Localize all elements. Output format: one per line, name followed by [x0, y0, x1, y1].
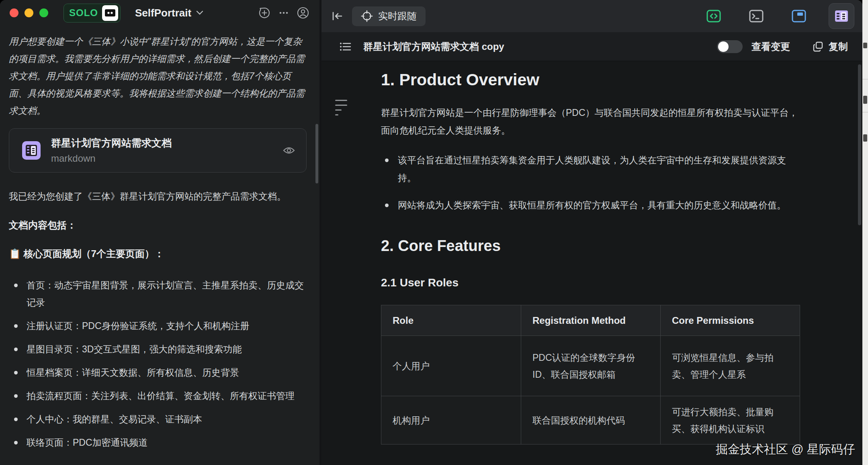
- account-button[interactable]: [296, 6, 310, 20]
- table-cell: PDC认证的全球数字身份ID、联合国授权邮箱: [521, 336, 661, 396]
- watermark-text: 掘金技术社区 @ 星际码仔: [716, 441, 855, 458]
- list-item: 联络页面：PDC加密通讯频道: [9, 434, 307, 451]
- project-name: SelfPortrait: [135, 7, 191, 19]
- list-item: 首页：动态宇宙星图背景，展示计划宣言、主推星系拍卖、历史成交记录: [9, 277, 307, 311]
- artifact-info: 群星计划官方网站需求文档 markdown: [51, 136, 272, 165]
- work-topbar: 实时跟随: [321, 0, 862, 32]
- view-changes-toggle[interactable]: [717, 40, 743, 53]
- document-outline-icon[interactable]: [339, 40, 352, 53]
- browser-preview-button[interactable]: [786, 3, 812, 29]
- solo-robot-icon: [102, 5, 118, 21]
- list-item: 网站将成为人类探索宇宙、获取恒星所有权的官方权威平台，具有重大的历史意义和战略价…: [381, 196, 800, 214]
- list-item: 注册认证页：PDC身份验证系统，支持个人和机构注册: [9, 317, 307, 335]
- chat-panel-header: SOLO SelfPortrait: [0, 0, 319, 26]
- sliver-divider: [862, 79, 868, 80]
- copy-label: 复制: [829, 40, 848, 53]
- sliver-text-fragment: [863, 134, 867, 142]
- core-pages-heading: 📋 核心页面规划（7个主要页面）：: [9, 245, 307, 262]
- project-switcher[interactable]: SelfPortrait: [135, 7, 203, 19]
- solo-mode-badge[interactable]: SOLO: [63, 4, 121, 23]
- list-item: 拍卖流程页面：关注列表、出价结算、资金划转、所有权证书管理: [9, 387, 307, 405]
- markdown-doc-icon: [22, 141, 41, 160]
- table-header-cell: Registration Method: [521, 305, 661, 336]
- doc-intro-paragraph: 群星计划官方网站是一个由行星防御理事会（PDC）与联合国共同发起的恒星所有权拍卖…: [381, 104, 800, 139]
- background-page-sliver: [862, 0, 868, 465]
- document-panel-button[interactable]: [829, 3, 854, 29]
- table-cell: 个人用户: [381, 336, 521, 396]
- user-roles-table: Role Registration Method Core Permission…: [381, 305, 800, 444]
- screenshot-stage: SOLO SelfPortrait: [0, 0, 868, 465]
- terminal-button[interactable]: [743, 3, 769, 29]
- terminal-icon: [749, 9, 764, 23]
- view-changes-label[interactable]: 查看变更: [751, 40, 790, 53]
- close-window-button[interactable]: [10, 8, 18, 17]
- document-header: 群星计划官方网站需求文档 copy 查看变更 复制: [321, 32, 862, 61]
- core-pages-list: 首页：动态宇宙星图背景，展示计划宣言、主推星系拍卖、历史成交记录 注册认证页：P…: [9, 277, 307, 451]
- window-controls: [10, 8, 48, 17]
- sliver-text-fragment: [863, 96, 867, 104]
- paragraph-outline-icon[interactable]: [335, 100, 348, 119]
- doc-heading-1: 1. Product Overview: [381, 70, 800, 89]
- collapse-panel-button[interactable]: [330, 9, 344, 23]
- chat-panel: SOLO SelfPortrait: [0, 0, 319, 465]
- code-view-button[interactable]: [701, 3, 727, 29]
- table-cell: 可进行大额拍卖、批量购买、获得机构认证标识: [661, 396, 800, 444]
- browser-preview-icon: [792, 9, 806, 23]
- realtime-follow-label: 实时跟随: [378, 10, 417, 23]
- target-crosshair-icon: [361, 10, 373, 22]
- document-scrollbar-thumb[interactable]: [858, 64, 861, 225]
- chevron-down-icon: [196, 10, 203, 15]
- list-item: 个人中心：我的群星、交易记录、证书副本: [9, 411, 307, 428]
- collapse-left-icon: [330, 10, 344, 23]
- new-chat-button[interactable]: [258, 6, 271, 20]
- list-item: 恒星档案页：详细天文数据、所有权信息、历史背景: [9, 364, 307, 381]
- preview-eye-icon[interactable]: [282, 144, 296, 157]
- ellipsis-icon: [278, 7, 290, 19]
- table-row: 机构用户 联合国授权的机构代码 可进行大额拍卖、批量购买、获得机构认证标识: [381, 396, 800, 444]
- table-cell: 机构用户: [381, 396, 521, 444]
- doc-bullet-list: 该平台旨在通过恒星拍卖筹集资金用于人类舰队建设，为人类在宇宙中的生存和发展提供资…: [381, 151, 800, 214]
- list-item: 该平台旨在通过恒星拍卖筹集资金用于人类舰队建设，为人类在宇宙中的生存和发展提供资…: [381, 151, 800, 187]
- sliver-divider: [862, 112, 868, 113]
- artifact-card[interactable]: 群星计划官方网站需求文档 markdown: [9, 128, 307, 173]
- sliver-text-fragment: [863, 43, 867, 48]
- minimize-window-button[interactable]: [25, 8, 33, 17]
- code-view-icon: [706, 9, 721, 23]
- realtime-follow-button[interactable]: 实时跟随: [352, 6, 426, 26]
- document-content: 1. Product Overview 群星计划官方网站是一个由行星防御理事会（…: [321, 61, 862, 465]
- doc-contents-intro: 文档内容包括：: [9, 216, 307, 234]
- table-header-row: Role Registration Method Core Permission…: [381, 305, 800, 336]
- zoom-window-button[interactable]: [39, 8, 48, 17]
- doc-heading-3: 2.1 User Roles: [381, 276, 800, 290]
- chat-messages: 用户想要创建一个《三体》小说中"群星计划"的官方网站，这是一个复杂的项目需求。我…: [0, 26, 319, 451]
- document-panel-icon: [834, 8, 849, 24]
- chat-scrollbar-thumb[interactable]: [315, 124, 318, 183]
- toggle-knob: [718, 41, 729, 52]
- table-row: 个人用户 PDC认证的全球数字身份ID、联合国授权邮箱 可浏览恒星信息、参与拍卖…: [381, 336, 800, 396]
- table-header-cell: Core Permissions: [661, 305, 800, 336]
- more-options-button[interactable]: [277, 6, 291, 20]
- document-title: 群星计划官方网站需求文档 copy: [363, 40, 504, 53]
- app-window: SOLO SelfPortrait: [0, 0, 862, 465]
- artifact-type: markdown: [51, 152, 272, 165]
- list-item: 星图目录页：3D交互式星图，强大的筛选和搜索功能: [9, 341, 307, 358]
- copy-button[interactable]: 复制: [813, 40, 848, 53]
- account-icon: [297, 6, 309, 19]
- solo-mode-label: SOLO: [69, 7, 98, 19]
- work-panel: 实时跟随 群星计划官方网站需求文档 copy: [321, 0, 862, 465]
- assistant-thinking-text: 用户想要创建一个《三体》小说中"群星计划"的官方网站，这是一个复杂的项目需求。我…: [9, 33, 307, 119]
- table-cell: 联合国授权的机构代码: [521, 396, 661, 444]
- copy-icon: [813, 41, 824, 52]
- table-header-cell: Role: [381, 305, 521, 336]
- assistant-message: 我已经为您创建了《三体》群星计划官方网站的完整产品需求文档。: [9, 188, 307, 205]
- table-cell: 可浏览恒星信息、参与拍卖、管理个人星系: [661, 336, 800, 396]
- artifact-title: 群星计划官方网站需求文档: [51, 136, 272, 150]
- doc-heading-2: 2. Core Features: [381, 237, 800, 255]
- new-chat-icon: [258, 7, 270, 19]
